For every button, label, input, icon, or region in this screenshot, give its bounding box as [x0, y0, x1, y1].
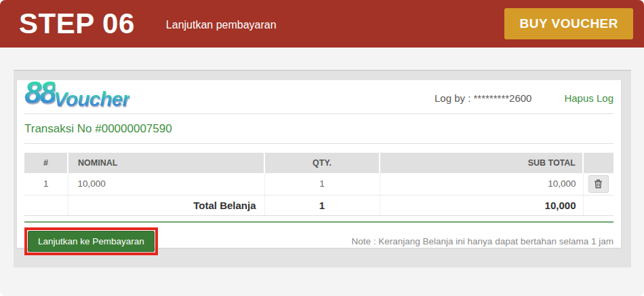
card-footer: Lanjutkan ke Pembayaran Note : Keranjang… — [24, 227, 613, 255]
total-row: Total Belanja 1 10,000 — [24, 195, 613, 215]
lanjutkan-pembayaran-button[interactable]: Lanjutkan ke Pembayaran — [28, 231, 155, 252]
cart-table-head: # NOMINAL QTY. SUB TOTAL — [24, 153, 613, 173]
total-qty: 1 — [264, 195, 380, 215]
total-subtotal: 10,000 — [380, 195, 583, 215]
table-row: 1 10,000 1 10,000 — [24, 173, 613, 195]
col-header-no: # — [24, 153, 68, 173]
cell-qty: 1 — [264, 173, 380, 195]
page-background: 88 Voucher Log by : *********2600 Hapus … — [0, 48, 644, 296]
total-label: Total Belanja — [68, 195, 264, 215]
step-banner: STEP 06 Lanjutkan pembayaran BUY VOUCHER — [0, 0, 644, 48]
cell-nominal: 10,000 — [68, 173, 264, 195]
screenshot-frame: STEP 06 Lanjutkan pembayaran BUY VOUCHER… — [0, 0, 644, 296]
green-separator — [24, 221, 613, 223]
voucher-card: 88 Voucher Log by : *********2600 Hapus … — [17, 80, 621, 248]
cell-action — [583, 173, 613, 195]
delete-item-button[interactable] — [588, 175, 609, 193]
cart-note: Note : Keranjang Belanja ini hanya dapat… — [351, 236, 613, 246]
content-panel: 88 Voucher Log by : *********2600 Hapus … — [14, 70, 631, 267]
log-info: Log by : *********2600 Hapus Log — [435, 92, 613, 104]
logo-88-text: 88 — [24, 79, 55, 107]
logo-88voucher: 88 Voucher — [24, 79, 129, 107]
transaction-title: Transaksi No #00000007590 — [24, 114, 613, 144]
step-title: STEP 06 — [19, 7, 135, 40]
step-subtitle: Lanjutkan pembayaran — [166, 19, 277, 31]
card-header: 88 Voucher Log by : *********2600 Hapus … — [24, 80, 613, 114]
col-header-qty: QTY. — [264, 153, 380, 173]
col-header-action — [583, 153, 613, 173]
cart-table: # NOMINAL QTY. SUB TOTAL 1 10,000 1 10, — [24, 153, 613, 216]
col-header-nominal: NOMINAL — [68, 153, 264, 173]
log-by-text: Log by : *********2600 — [435, 92, 531, 104]
buy-voucher-button[interactable]: BUY VOUCHER — [504, 8, 633, 39]
cell-no: 1 — [24, 173, 68, 195]
cell-subtotal: 10,000 — [380, 173, 583, 195]
annotation-highlight-box: Lanjutkan ke Pembayaran — [24, 227, 158, 255]
trash-icon — [594, 179, 603, 189]
logo-voucher-text: Voucher — [54, 90, 129, 108]
col-header-subtotal: SUB TOTAL — [380, 153, 583, 173]
hapus-log-link[interactable]: Hapus Log — [564, 92, 613, 104]
